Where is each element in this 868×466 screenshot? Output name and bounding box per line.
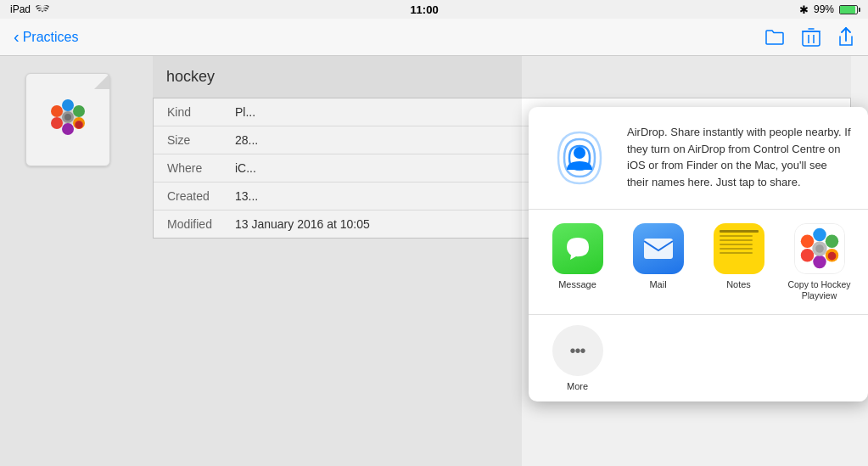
hockey-label: Copy to Hockey Playview — [779, 279, 860, 300]
main-content: hockey Kind Pl... Size 28... Where iC...… — [0, 56, 868, 466]
svg-point-22 — [813, 255, 826, 268]
app-icons-row: Message Mail — [529, 210, 868, 315]
status-right: ✱ 99% — [799, 3, 858, 16]
svg-point-16 — [574, 147, 585, 159]
more-label: More — [567, 381, 588, 391]
share-sheet: AirDrop. Share instantly with people nea… — [529, 107, 868, 401]
airdrop-description: AirDrop. Share instantly with people nea… — [627, 124, 851, 190]
battery-percent: 99% — [814, 3, 834, 15]
back-chevron-icon: ‹ — [14, 27, 20, 47]
status-left: iPad — [10, 3, 49, 16]
message-label: Message — [558, 279, 596, 289]
notes-label: Notes — [726, 279, 751, 289]
share-button[interactable] — [837, 27, 854, 48]
folder-button[interactable] — [764, 29, 785, 46]
svg-point-24 — [800, 235, 813, 248]
more-icon: ••• — [552, 325, 603, 376]
svg-point-23 — [800, 249, 813, 261]
status-bar: iPad 11:00 ✱ 99% — [0, 0, 868, 19]
svg-point-19 — [813, 228, 826, 241]
svg-rect-17 — [644, 239, 673, 259]
share-notes-button[interactable]: Notes — [698, 223, 779, 300]
nav-bar: ‹ Practices — [0, 19, 868, 56]
wifi-icon — [36, 3, 49, 16]
more-dots-icon: ••• — [569, 341, 585, 361]
svg-rect-0 — [803, 31, 820, 46]
more-button[interactable]: ••• More — [537, 325, 618, 391]
dim-overlay — [0, 56, 522, 466]
device-label: iPad — [10, 3, 31, 15]
time-display: 11:00 — [410, 3, 438, 16]
nav-actions — [764, 27, 854, 48]
airdrop-section: AirDrop. Share instantly with people nea… — [529, 107, 868, 210]
svg-point-20 — [825, 235, 837, 248]
back-label: Practices — [23, 30, 79, 45]
airdrop-icon — [546, 124, 613, 192]
hockey-icon — [794, 223, 845, 274]
battery-icon — [839, 5, 858, 14]
bluetooth-icon: ✱ — [799, 3, 809, 16]
notes-icon — [714, 223, 764, 274]
share-hockey-button[interactable]: Copy to Hockey Playview — [779, 223, 860, 300]
share-message-button[interactable]: Message — [537, 223, 618, 300]
mail-icon — [633, 223, 684, 274]
mail-label: Mail — [649, 279, 666, 289]
share-mail-button[interactable]: Mail — [618, 223, 698, 300]
message-icon — [552, 223, 603, 274]
svg-point-27 — [827, 252, 836, 261]
svg-point-26 — [815, 244, 824, 253]
trash-button[interactable] — [802, 27, 820, 48]
more-section: ••• More — [529, 315, 868, 401]
back-button[interactable]: ‹ Practices — [14, 28, 78, 47]
